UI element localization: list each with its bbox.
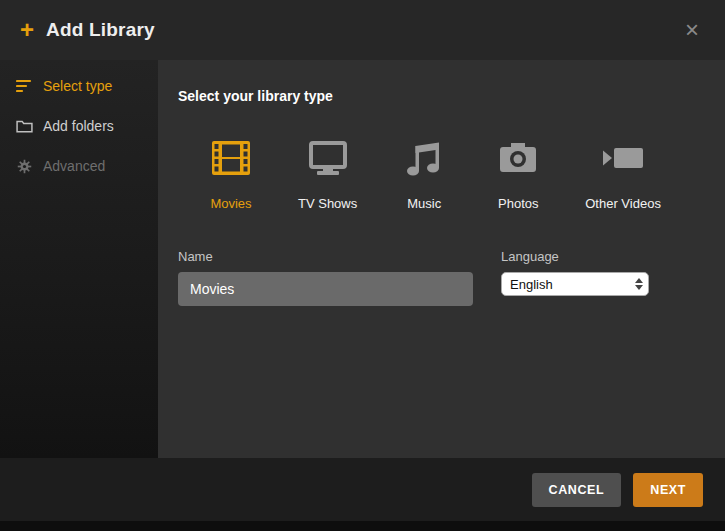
sidebar-item-label: Select type [43, 78, 112, 94]
name-field-block: Name [178, 249, 473, 306]
sidebar: Select type Add folders [0, 60, 158, 458]
dialog-footer: CANCEL NEXT [0, 458, 725, 521]
library-type-row: Movies TV Shows [178, 136, 701, 211]
section-heading: Select your library type [178, 88, 701, 104]
dialog-header: + Add Library × [0, 0, 725, 60]
library-type-movies[interactable]: Movies [204, 136, 258, 211]
dialog-title: Add Library [46, 19, 155, 41]
dialog-body: Select type Add folders [0, 60, 725, 458]
name-input[interactable] [178, 272, 473, 306]
next-button[interactable]: NEXT [633, 473, 703, 507]
sidebar-item-select-type[interactable]: Select type [0, 66, 158, 106]
music-note-icon [401, 136, 447, 184]
add-library-dialog: + Add Library × Select type [0, 0, 725, 531]
language-field-label: Language [501, 249, 649, 264]
video-camera-icon [600, 136, 646, 184]
camera-icon [495, 136, 541, 184]
sidebar-item-advanced[interactable]: Advanced [0, 146, 158, 186]
language-field-block: Language English [501, 249, 649, 296]
plus-icon: + [20, 18, 34, 42]
language-select-wrap: English [501, 272, 649, 296]
library-type-label: Photos [498, 196, 538, 211]
library-type-photos[interactable]: Photos [491, 136, 545, 211]
sidebar-item-label: Advanced [43, 158, 105, 174]
folder-icon [14, 120, 34, 133]
film-icon [208, 136, 254, 184]
sidebar-item-add-folders[interactable]: Add folders [0, 106, 158, 146]
fields-row: Name Language English [178, 249, 701, 306]
name-field-label: Name [178, 249, 473, 264]
list-icon [14, 79, 34, 93]
library-type-label: Other Videos [585, 196, 661, 211]
library-type-other-videos[interactable]: Other Videos [585, 136, 661, 211]
library-type-label: Movies [210, 196, 251, 211]
library-type-label: Music [407, 196, 441, 211]
close-button[interactable]: × [679, 14, 705, 46]
library-type-music[interactable]: Music [397, 136, 451, 211]
tv-icon [305, 136, 351, 184]
cancel-button[interactable]: CANCEL [532, 473, 622, 507]
library-type-tv-shows[interactable]: TV Shows [298, 136, 357, 211]
gear-icon [14, 159, 34, 174]
library-type-label: TV Shows [298, 196, 357, 211]
language-select[interactable]: English [501, 272, 649, 296]
main-content: Select your library type [158, 60, 725, 458]
sidebar-item-label: Add folders [43, 118, 114, 134]
close-icon: × [685, 16, 699, 43]
page-edge [0, 521, 725, 531]
